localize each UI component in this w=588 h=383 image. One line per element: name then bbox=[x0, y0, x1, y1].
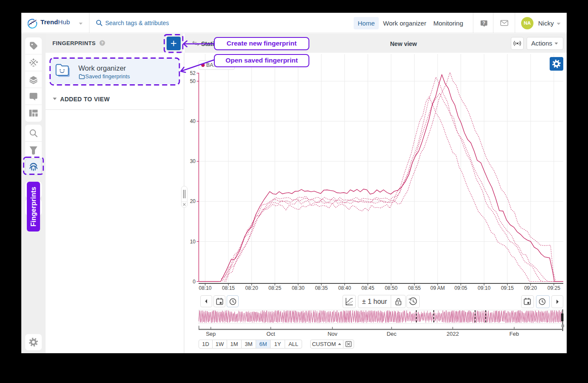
svg-text:?: ? bbox=[101, 40, 104, 45]
svg-text:08:15: 08:15 bbox=[222, 285, 235, 291]
svg-text:Nov: Nov bbox=[328, 331, 338, 337]
svg-text:08:50: 08:50 bbox=[385, 285, 398, 291]
svg-text:08:25: 08:25 bbox=[268, 285, 281, 291]
svg-text:08:40: 08:40 bbox=[338, 285, 351, 291]
svg-text:08:55: 08:55 bbox=[408, 285, 421, 291]
svg-text:30: 30 bbox=[190, 158, 196, 164]
svg-text:09:10: 09:10 bbox=[478, 285, 490, 291]
svg-text:08:35: 08:35 bbox=[315, 285, 328, 291]
svg-text:Oct: Oct bbox=[266, 331, 275, 337]
svg-text:08:10: 08:10 bbox=[199, 285, 211, 291]
svg-text:10: 10 bbox=[190, 239, 196, 245]
svg-text:09:05: 09:05 bbox=[454, 285, 467, 291]
svg-text:20: 20 bbox=[190, 198, 196, 204]
svg-text:08:20: 08:20 bbox=[245, 285, 258, 291]
svg-text:09:15: 09:15 bbox=[501, 285, 514, 291]
svg-text:08:45: 08:45 bbox=[361, 285, 374, 291]
svg-text:0: 0 bbox=[193, 279, 196, 285]
svg-text:2022: 2022 bbox=[447, 331, 459, 337]
svg-text:09:25: 09:25 bbox=[548, 285, 560, 291]
svg-text:Dec: Dec bbox=[386, 331, 397, 337]
svg-text:08:30: 08:30 bbox=[292, 285, 305, 291]
svg-text:09 AM: 09 AM bbox=[430, 285, 445, 291]
svg-text:Sep: Sep bbox=[206, 331, 216, 337]
svg-text:40: 40 bbox=[190, 118, 196, 124]
svg-text:?: ? bbox=[482, 20, 485, 26]
svg-text:09:20: 09:20 bbox=[524, 285, 537, 291]
svg-text:Feb: Feb bbox=[509, 331, 519, 337]
